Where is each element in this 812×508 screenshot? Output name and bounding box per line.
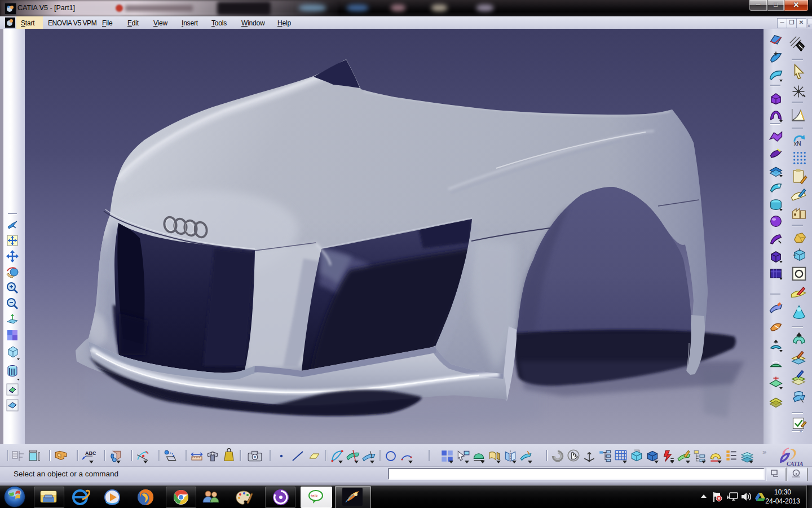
svg-text:ABC: ABC bbox=[85, 450, 96, 456]
svg-text:xN: xN bbox=[794, 140, 801, 147]
svg-text:talk: talk bbox=[311, 493, 318, 498]
